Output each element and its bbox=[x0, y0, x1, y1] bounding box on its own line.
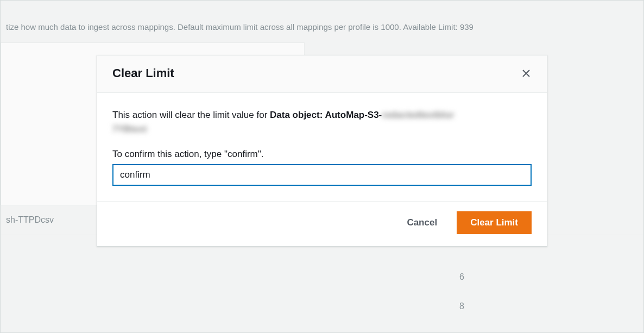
modal-body: This action will clear the limit value f… bbox=[97, 93, 547, 201]
body-bold: Data object: AutoMap-S3- bbox=[270, 110, 382, 120]
clear-limit-modal: Clear Limit This action will clear the l… bbox=[97, 55, 547, 247]
redacted-text: 7YBtext bbox=[112, 122, 147, 136]
modal-overlay: Clear Limit This action will clear the l… bbox=[1, 1, 643, 332]
body-prefix: This action will clear the limit value f… bbox=[112, 110, 270, 120]
modal-footer: Cancel Clear Limit bbox=[97, 201, 547, 246]
modal-header: Clear Limit bbox=[97, 55, 547, 93]
clear-limit-button[interactable]: Clear Limit bbox=[457, 211, 532, 234]
confirm-input[interactable] bbox=[112, 164, 532, 186]
modal-title: Clear Limit bbox=[112, 66, 174, 80]
confirm-instruction: To confirm this action, type "confirm". bbox=[112, 149, 532, 160]
modal-body-text: This action will clear the limit value f… bbox=[112, 108, 532, 136]
cancel-button[interactable]: Cancel bbox=[396, 212, 448, 234]
close-icon[interactable] bbox=[521, 68, 532, 79]
redacted-text: redactedtextblur bbox=[382, 108, 454, 122]
